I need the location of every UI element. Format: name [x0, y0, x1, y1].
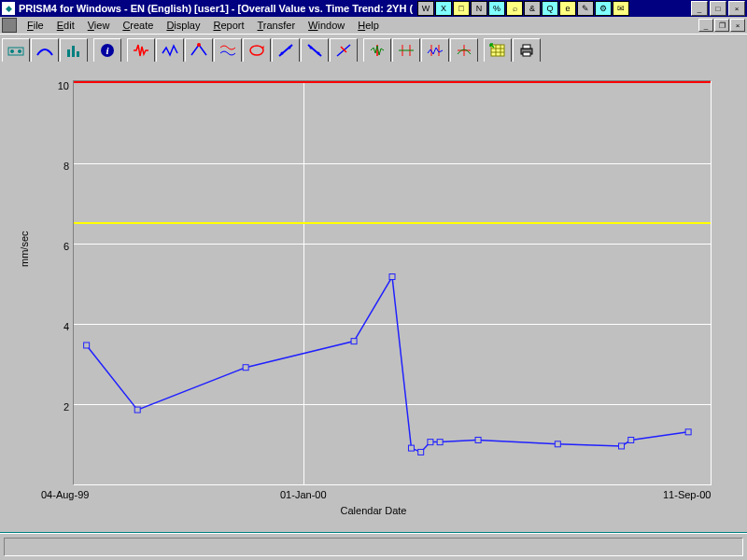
y-tick: 8 — [41, 161, 69, 172]
chart-area: mm/sec Calendar Date 2 4 6 8 10 04-Aug-9… — [0, 62, 747, 532]
statusbar — [0, 533, 747, 560]
tray-icon[interactable]: W — [417, 1, 434, 16]
menu-view[interactable]: View — [81, 19, 117, 32]
svg-rect-41 — [628, 437, 634, 442]
data-series — [74, 81, 711, 484]
svg-rect-34 — [408, 445, 414, 451]
tool-arrows-2-icon[interactable] — [392, 38, 420, 63]
tool-wave-red-icon[interactable] — [127, 38, 155, 63]
tray-icon[interactable]: ⌕ — [506, 1, 523, 16]
svg-point-14 — [310, 47, 313, 49]
tool-bars-icon[interactable] — [60, 38, 88, 63]
tool-arrows-4-icon[interactable] — [450, 38, 478, 63]
y-axis-label: mm/sec — [19, 231, 30, 268]
tool-peak-icon[interactable] — [185, 38, 213, 63]
mdi-system-icon[interactable] — [2, 18, 17, 33]
x-tick-mid: 01-Jan-00 — [280, 489, 327, 500]
minimize-button[interactable]: _ — [691, 1, 708, 16]
svg-rect-32 — [351, 339, 357, 344]
window-title: PRISM4 for Windows - EN (English) [user1… — [19, 3, 413, 14]
maximize-button[interactable]: □ — [710, 1, 726, 16]
svg-point-15 — [317, 52, 320, 55]
svg-rect-35 — [418, 449, 424, 455]
close-button[interactable]: × — [728, 1, 745, 16]
menu-help[interactable]: Help — [351, 19, 386, 32]
tool-arrows-1-icon[interactable] — [363, 38, 391, 63]
menu-window[interactable]: Window — [302, 19, 351, 32]
tool-sweep-icon[interactable] — [31, 38, 59, 63]
svg-point-2 — [18, 49, 21, 53]
svg-rect-31 — [243, 365, 248, 371]
tray-icon[interactable]: & — [524, 1, 541, 16]
mdi-close-button[interactable]: × — [730, 19, 745, 32]
x-tick-left: 04-Aug-99 — [41, 489, 89, 500]
tool-arrows-3-icon[interactable] — [421, 38, 449, 63]
y-tick: 4 — [41, 321, 69, 332]
menu-create[interactable]: Create — [116, 19, 160, 32]
tray-icon[interactable]: N — [471, 1, 487, 16]
svg-point-11 — [281, 52, 284, 55]
tool-machine-icon[interactable] — [2, 38, 30, 63]
tool-loop-icon[interactable] — [243, 38, 271, 63]
tray-icon[interactable]: e — [559, 1, 576, 16]
window-controls: _ □ × — [689, 1, 745, 16]
tool-dual-wave-icon[interactable] — [214, 38, 242, 63]
menu-transfer[interactable]: Transfer — [251, 19, 303, 32]
tray-icon[interactable]: Q — [542, 1, 558, 16]
svg-rect-40 — [619, 443, 625, 449]
svg-rect-30 — [134, 407, 140, 413]
svg-rect-28 — [523, 52, 530, 56]
svg-rect-4 — [72, 46, 75, 57]
tray-icon[interactable]: ✎ — [577, 1, 594, 16]
mdi-restore-button[interactable]: ❐ — [714, 19, 729, 32]
tool-wave-blue-icon[interactable] — [156, 38, 184, 63]
tray-icon[interactable]: ✉ — [613, 1, 629, 16]
svg-rect-36 — [428, 440, 433, 445]
menu-display[interactable]: Display — [160, 19, 206, 32]
x-axis-label: Calendar Date — [0, 505, 747, 516]
tray-icon[interactable]: X — [435, 1, 452, 16]
svg-point-8 — [197, 43, 201, 47]
mdi-window-controls: _ ❐ × — [698, 19, 745, 32]
tool-slash-x-icon[interactable] — [330, 38, 358, 63]
menu-edit[interactable]: Edit — [50, 19, 81, 32]
svg-point-1 — [10, 49, 14, 53]
svg-rect-33 — [389, 274, 395, 280]
tray-icon[interactable]: % — [488, 1, 505, 16]
tool-slash-up-icon[interactable] — [272, 38, 300, 63]
app-icon: ◆ — [2, 2, 15, 15]
svg-rect-38 — [475, 437, 481, 442]
tool-grid-icon[interactable] — [484, 38, 512, 63]
svg-point-9 — [250, 46, 263, 55]
tray-icon[interactable]: □ — [453, 1, 470, 16]
tray: WX□N%⌕&Qe✎⚙✉ — [416, 1, 629, 16]
svg-rect-37 — [437, 440, 443, 445]
plot-canvas[interactable] — [73, 80, 712, 485]
svg-rect-29 — [84, 343, 90, 348]
svg-rect-39 — [555, 441, 560, 447]
svg-rect-27 — [523, 45, 530, 49]
y-tick: 6 — [41, 241, 69, 252]
y-tick: 10 — [41, 80, 69, 91]
tool-info-icon[interactable]: i — [93, 38, 121, 63]
x-tick-right: 11-Sep-00 — [663, 489, 711, 500]
svg-rect-5 — [77, 51, 79, 57]
menu-file[interactable]: File — [21, 19, 50, 32]
tray-icon[interactable]: ⚙ — [595, 1, 612, 16]
menu-report[interactable]: Report — [206, 19, 250, 32]
tool-print-icon[interactable] — [513, 38, 541, 63]
y-tick: 2 — [41, 401, 69, 413]
svg-point-12 — [289, 47, 291, 49]
titlebar: ◆ PRISM4 for Windows - EN (English) [use… — [0, 0, 747, 17]
tool-slash-down-icon[interactable] — [301, 38, 329, 63]
status-pane — [4, 538, 743, 556]
mdi-minimize-button[interactable]: _ — [698, 19, 713, 32]
svg-rect-3 — [67, 49, 70, 57]
menubar: FileEditViewCreateDisplayReportTransferW… — [0, 17, 747, 34]
svg-rect-42 — [685, 429, 691, 435]
